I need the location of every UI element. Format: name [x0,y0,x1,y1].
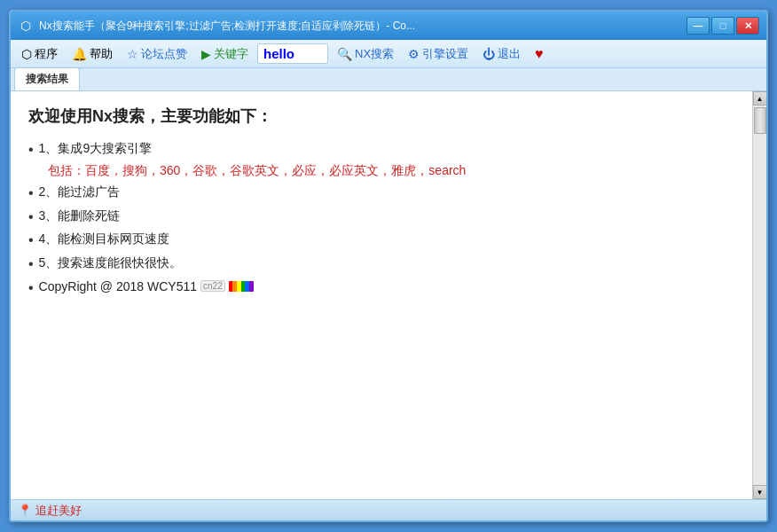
menu-help[interactable]: 🔔 帮助 [67,43,118,65]
bullet-icon: • [28,231,34,250]
maximize-button[interactable]: □ [711,17,734,35]
title-bar-left: ⬡ Nx搜索能手（聚合9种搜索引擎;过滤广告;检测打开速度;自适应剥除死链）- … [18,18,687,34]
list-item: • 5、搜索速度能很快很快。 [28,255,734,274]
program-icon: ⬡ [21,47,32,61]
menu-engine-settings[interactable]: ⚙ 引擎设置 [403,43,474,65]
bullet-icon: • [28,184,34,203]
copyright-line: CopyRight @ 2018 WCY511 cn22 [39,279,254,293]
copyright-text: CopyRight @ 2018 WCY511 [39,279,197,293]
list-item: • 4、能检测目标网页速度 [28,231,734,250]
list-item: • 3、能删除死链 [28,208,734,227]
feature-text-2: 2、能过滤广告 [39,184,121,200]
menu-keyword[interactable]: ▶ 关键字 [196,43,254,65]
menu-forum-label: 论坛点赞 [141,46,187,62]
scrollbar-thumb-area [753,106,766,485]
title-bar: ⬡ Nx搜索能手（聚合9种搜索引擎;过滤广告;检测打开速度;自适应剥除死链）- … [11,12,766,40]
title-controls: — □ ✕ [687,17,759,35]
status-label: 追赶美好 [35,503,82,519]
menu-program-label: 程序 [35,46,58,62]
minimize-button[interactable]: — [687,17,710,35]
scrollbar-thumb[interactable] [754,107,766,134]
status-bar: 📍 追赶美好 [11,499,766,520]
content-area: 欢迎使用Nx搜索，主要功能如下： • 1、集成9大搜索引擎 包括：百度，搜狗，3… [11,91,766,499]
star-icon: ☆ [127,47,138,61]
rainbow-flag-icon [229,281,254,292]
menu-forum[interactable]: ☆ 论坛点赞 [122,43,192,65]
scrollbar: ▲ ▼ [752,91,766,499]
bell-icon: 🔔 [72,47,87,61]
menu-keyword-label: 关键字 [214,46,248,62]
menu-nx-search[interactable]: 🔍 NX搜索 [332,43,399,65]
tab-search-results[interactable]: 搜索结果 [14,67,80,90]
bullet-icon: • [28,255,34,274]
list-item: • 2、能过滤广告 [28,184,734,203]
bullet-icon: • [28,141,34,160]
tab-bar: 搜索结果 [11,68,766,91]
window-title: Nx搜索能手（聚合9种搜索引擎;过滤广告;检测打开速度;自适应剥除死链）- Co… [39,19,415,34]
menu-program[interactable]: ⬡ 程序 [16,43,63,65]
content-scroll[interactable]: 欢迎使用Nx搜索，主要功能如下： • 1、集成9大搜索引擎 包括：百度，搜狗，3… [11,91,752,499]
close-button[interactable]: ✕ [736,17,759,35]
menu-heart[interactable]: ♥ [530,43,549,65]
feature-text-3: 3、能删除死链 [39,208,121,224]
keyword-input[interactable] [257,43,328,64]
welcome-title: 欢迎使用Nx搜索，主要功能如下： [28,106,734,127]
tab-search-results-label: 搜索结果 [26,73,68,85]
menu-help-label: 帮助 [90,46,113,62]
menu-engine-label: 引擎设置 [422,46,468,62]
feature-text-5: 5、搜索速度能很快很快。 [39,255,183,271]
feature-text-1: 1、集成9大搜索引擎 [39,141,153,157]
menu-quit[interactable]: ⏻ 退出 [477,43,526,65]
bullet-icon: • [28,208,34,227]
main-window: ⬡ Nx搜索能手（聚合9种搜索引擎;过滤广告;检测打开速度;自适应剥除死链）- … [9,10,768,522]
play-icon: ▶ [201,47,211,61]
pin-icon: 📍 [18,504,32,517]
list-item: • 1、集成9大搜索引擎 [28,141,734,160]
feature-text-4: 4、能检测目标网页速度 [39,231,170,247]
bullet-icon: • [28,279,34,298]
heart-icon: ♥ [535,46,544,62]
power-icon: ⏻ [483,47,495,61]
search-icon: 🔍 [337,47,352,61]
menu-nx-search-label: NX搜索 [355,46,394,62]
list-item-copyright: • CopyRight @ 2018 WCY511 cn22 [28,279,734,298]
feature-list: • 1、集成9大搜索引擎 包括：百度，搜狗，360，谷歌，谷歌英文，必应，必应英… [28,141,734,298]
cn22-badge: cn22 [200,280,225,292]
gear-icon: ⚙ [408,47,420,61]
app-icon: ⬡ [18,18,34,34]
scrollbar-down-button[interactable]: ▼ [753,485,767,499]
menu-bar: ⬡ 程序 🔔 帮助 ☆ 论坛点赞 ▶ 关键字 🔍 NX搜索 ⚙ 引擎设置 ⏻ 退… [11,40,766,68]
status-text: 📍 追赶美好 [18,503,82,519]
scrollbar-up-button[interactable]: ▲ [753,91,767,106]
menu-quit-label: 退出 [498,46,521,62]
feature-subtext-1: 包括：百度，搜狗，360，谷歌，谷歌英文，必应，必应英文，雅虎，search [48,163,734,179]
